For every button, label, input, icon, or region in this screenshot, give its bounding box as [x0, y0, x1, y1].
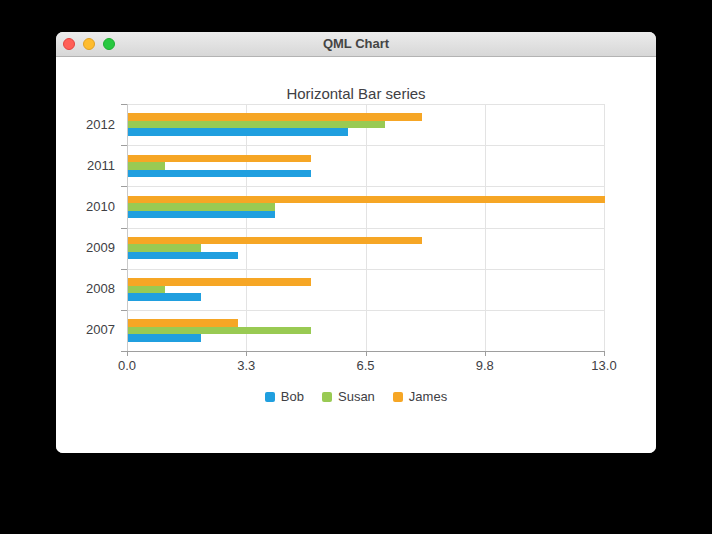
x-axis-tick	[246, 351, 247, 356]
bar-susan-2011	[128, 162, 165, 170]
legend-item-james: James	[393, 389, 447, 404]
legend-marker-james	[393, 392, 403, 402]
x-tick-label: 13.0	[582, 358, 626, 373]
gridline-vertical	[604, 104, 605, 351]
category-label: 2011	[56, 158, 115, 174]
bar-james-2008	[128, 278, 311, 286]
gridline-vertical	[246, 104, 247, 351]
x-axis-tick	[366, 351, 367, 356]
chart-canvas: Horizontal Bar series0.03.36.59.813.0201…	[56, 57, 656, 453]
bar-susan-2012	[128, 121, 385, 129]
window-title: QML Chart	[56, 32, 656, 56]
category-label: 2007	[56, 322, 115, 338]
legend-label: Bob	[281, 389, 304, 404]
legend: BobSusanJames	[56, 389, 656, 404]
category-label: 2010	[56, 199, 115, 215]
bar-james-2007	[128, 319, 238, 327]
category-label: 2009	[56, 240, 115, 256]
bar-susan-2008	[128, 286, 165, 294]
x-tick-label: 3.3	[224, 358, 268, 373]
bar-bob-2007	[128, 334, 201, 342]
x-tick-label: 0.0	[105, 358, 149, 373]
chart-title: Horizontal Bar series	[56, 85, 656, 102]
title-bar[interactable]: QML Chart	[56, 32, 656, 57]
legend-item-bob: Bob	[265, 389, 304, 404]
legend-marker-susan	[322, 392, 332, 402]
x-axis-tick	[485, 351, 486, 356]
y-axis-line	[127, 104, 128, 351]
bar-susan-2010	[128, 203, 275, 211]
category-label: 2012	[56, 117, 115, 133]
bar-james-2011	[128, 155, 311, 163]
bar-bob-2011	[128, 170, 311, 178]
legend-label: James	[409, 389, 447, 404]
x-axis-tick	[604, 351, 605, 356]
bar-bob-2010	[128, 211, 275, 219]
legend-label: Susan	[338, 389, 375, 404]
bar-james-2009	[128, 237, 422, 245]
legend-marker-bob	[265, 392, 275, 402]
x-axis-tick	[127, 351, 128, 356]
x-tick-label: 6.5	[344, 358, 388, 373]
bar-susan-2009	[128, 244, 201, 252]
app-window: QML Chart Horizontal Bar series0.03.36.5…	[56, 32, 656, 453]
gridline-vertical	[485, 104, 486, 351]
bar-bob-2012	[128, 128, 348, 136]
gridline-vertical	[366, 104, 367, 351]
bar-james-2010	[128, 196, 605, 204]
bar-bob-2009	[128, 252, 238, 260]
x-tick-label: 9.8	[463, 358, 507, 373]
bar-susan-2007	[128, 327, 311, 335]
legend-item-susan: Susan	[322, 389, 375, 404]
bar-james-2012	[128, 113, 422, 121]
bar-bob-2008	[128, 293, 201, 301]
category-label: 2008	[56, 281, 115, 297]
